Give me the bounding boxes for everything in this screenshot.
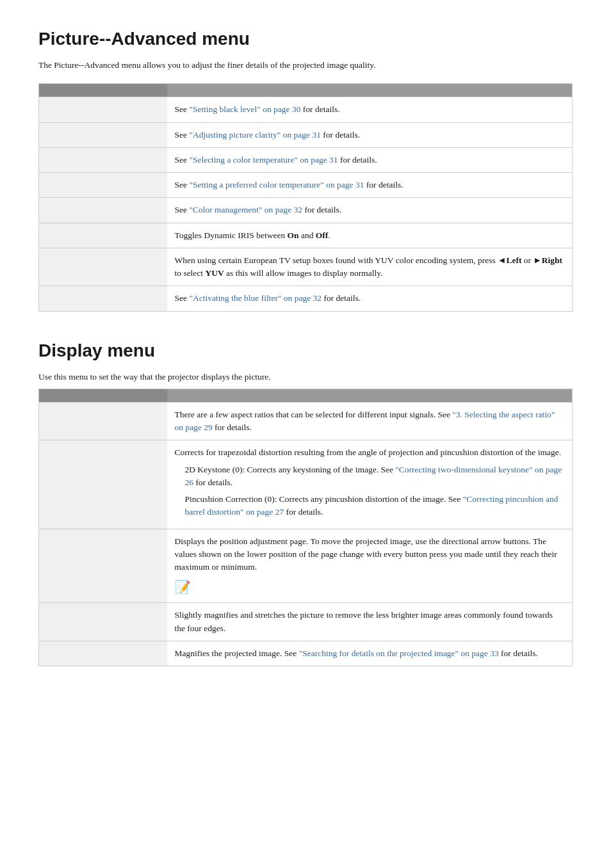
table-row: Slightly magnifies and stretches the pic…	[39, 603, 573, 641]
display-row4-function	[39, 603, 167, 641]
table-row: See "Adjusting picture clarity" on page …	[39, 122, 573, 147]
table1-header-description	[167, 84, 573, 97]
row6-function	[39, 223, 167, 248]
row8-description: See "Activating the blue filter" on page…	[167, 286, 573, 311]
section1-description: The Picture--Advanced menu allows you to…	[38, 59, 573, 72]
display-row4-description: Slightly magnifies and stretches the pic…	[167, 603, 573, 641]
table-row: See "Setting a preferred color temperatu…	[39, 173, 573, 198]
row5-description: See "Color management" on page 32 for de…	[167, 198, 573, 223]
row3-function	[39, 147, 167, 172]
row1-function	[39, 97, 167, 122]
display-row2-description: Corrects for trapezoidal distortion resu…	[167, 440, 573, 529]
row6-description: Toggles Dynamic IRIS between On and Off.	[167, 223, 573, 248]
display-row1-function	[39, 402, 167, 440]
table1-header-function	[39, 84, 167, 97]
keystone-sub-list: 2D Keystone (0): Corrects any keystoning…	[175, 463, 565, 519]
keystone-2d-item: 2D Keystone (0): Corrects any keystoning…	[175, 463, 565, 490]
link-blue-filter[interactable]: "Activating the blue filter" on page 32	[189, 293, 322, 303]
link-black-level[interactable]: "Setting black level" on page 30	[189, 104, 300, 114]
link-aspect-ratio[interactable]: "3. Selecting the aspect ratio" on page …	[175, 410, 555, 432]
right-arrow-text: ►Right	[533, 255, 562, 265]
section1-title: Picture--Advanced menu	[38, 26, 573, 52]
display-row5-description: Magnifies the projected image. See "Sear…	[167, 641, 573, 666]
display-row5-function	[39, 641, 167, 666]
table-row: When using certain European TV setup box…	[39, 248, 573, 286]
row5-function	[39, 198, 167, 223]
link-pincushion[interactable]: "Correcting pincushion and barrel distor…	[185, 494, 558, 517]
off-text: Off	[316, 230, 329, 240]
link-color-management[interactable]: "Color management" on page 32	[189, 205, 302, 214]
table-row: See "Setting black level" on page 30 for…	[39, 97, 573, 122]
row1-description: See "Setting black level" on page 30 for…	[167, 97, 573, 122]
link-color-temp[interactable]: "Selecting a color temperature" on page …	[189, 155, 338, 165]
display-row1-description: There are a few aspect ratios that can b…	[167, 402, 573, 440]
section2-title: Display menu	[38, 337, 573, 364]
display-row2-function	[39, 440, 167, 529]
table2-header-description	[167, 389, 573, 402]
link-2d-keystone[interactable]: "Correcting two-dimensional keystone" on…	[185, 465, 562, 487]
row4-description: See "Setting a preferred color temperatu…	[167, 173, 573, 198]
table-row: See "Selecting a color temperature" on p…	[39, 147, 573, 172]
table-row: Displays the position adjustment page. T…	[39, 529, 573, 603]
row2-description: See "Adjusting picture clarity" on page …	[167, 122, 573, 147]
table-row: See "Color management" on page 32 for de…	[39, 198, 573, 223]
on-text: On	[288, 230, 299, 240]
display-row3-function	[39, 529, 167, 603]
table-row: Magnifies the projected image. See "Sear…	[39, 641, 573, 666]
link-picture-clarity[interactable]: "Adjusting picture clarity" on page 31	[189, 130, 321, 140]
display-row3-description: Displays the position adjustment page. T…	[167, 529, 573, 603]
link-projected-image[interactable]: "Searching for details on the projected …	[299, 648, 499, 658]
note-icon: 📝	[175, 577, 565, 597]
table-row: Toggles Dynamic IRIS between On and Off.	[39, 223, 573, 248]
picture-advanced-table: See "Setting black level" on page 30 for…	[38, 83, 573, 311]
table-row: There are a few aspect ratios that can b…	[39, 402, 573, 440]
row8-function	[39, 286, 167, 311]
section2-description: Use this menu to set the way that the pr…	[38, 371, 573, 383]
link-preferred-color-temp[interactable]: "Setting a preferred color temperature" …	[189, 180, 364, 189]
row7-function	[39, 248, 167, 286]
row4-function	[39, 173, 167, 198]
row2-function	[39, 122, 167, 147]
row3-description: See "Selecting a color temperature" on p…	[167, 147, 573, 172]
row7-description: When using certain European TV setup box…	[167, 248, 573, 286]
display-table: There are a few aspect ratios that can b…	[38, 389, 573, 666]
pincushion-item: Pincushion Correction (0): Corrects any …	[175, 493, 565, 519]
table-row: Corrects for trapezoidal distortion resu…	[39, 440, 573, 529]
left-arrow-text: ◄Left	[498, 255, 521, 265]
table2-header-function	[39, 389, 167, 402]
yuv-text: YUV	[205, 268, 224, 278]
table-row: See "Activating the blue filter" on page…	[39, 286, 573, 311]
